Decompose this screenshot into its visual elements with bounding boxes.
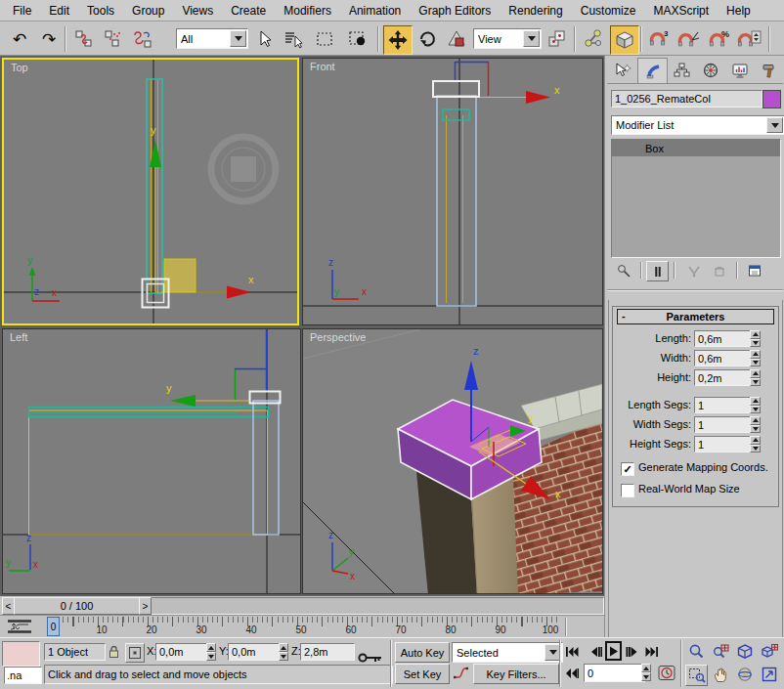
length-segs-field[interactable]: 1	[694, 397, 752, 413]
height-field[interactable]: 0,2m	[694, 369, 752, 386]
set-key-button[interactable]: Set Key	[395, 664, 450, 684]
chevron-down-icon[interactable]	[523, 30, 540, 47]
menu-create[interactable]: Create	[222, 2, 275, 20]
width-segs-field[interactable]: 1	[694, 416, 752, 433]
select-object-icon[interactable]	[250, 25, 278, 53]
menu-customize[interactable]: Customize	[572, 2, 645, 20]
percent-snap-toggle-icon[interactable]: %	[706, 25, 733, 53]
menu-graph-editors[interactable]: Graph Editors	[410, 2, 500, 20]
height-spinner[interactable]	[750, 369, 761, 386]
top-viewport-canvas[interactable]: y x y z x	[4, 60, 297, 323]
chevron-down-icon[interactable]	[766, 117, 783, 133]
select-and-rotate-icon[interactable]	[414, 25, 441, 53]
current-frame-marker[interactable]: 0	[47, 617, 60, 636]
selection-filter-dropdown[interactable]: All	[176, 28, 248, 49]
y-coordinate-field[interactable]: 0,0m	[228, 643, 283, 661]
rollout-collapse-icon[interactable]: -	[622, 310, 626, 322]
object-color-swatch[interactable]	[762, 90, 781, 108]
snaps-toggle-icon[interactable]	[610, 25, 639, 55]
viewport-left[interactable]: y z y x Left	[2, 328, 301, 594]
menu-tools[interactable]: Tools	[78, 2, 123, 20]
length-spinner[interactable]	[750, 330, 761, 347]
arc-rotate-icon[interactable]	[734, 665, 755, 684]
select-and-scale-icon[interactable]	[443, 25, 470, 53]
unlink-selection-icon[interactable]	[100, 25, 127, 53]
length-segs-spinner[interactable]	[750, 397, 761, 413]
rectangular-selection-region-icon[interactable]	[311, 25, 338, 53]
modifier-list-dropdown[interactable]: Modifier List	[611, 115, 784, 135]
menu-edit[interactable]: Edit	[40, 2, 78, 20]
selection-lock-icon[interactable]	[106, 643, 121, 661]
menu-rendering[interactable]: Rendering	[500, 2, 571, 20]
remove-modifier-icon[interactable]	[709, 261, 729, 280]
menu-animation[interactable]: Animation	[340, 2, 410, 20]
viewport-perspective[interactable]: z y x z y x Perspective	[302, 328, 603, 594]
move-gizmo-front[interactable]: x	[480, 84, 560, 104]
pin-stack-icon[interactable]	[613, 261, 633, 280]
parameters-rollout-header[interactable]: - Parameters	[617, 309, 774, 324]
configure-modifier-sets-icon[interactable]	[744, 261, 764, 280]
spinner-snap-toggle-icon[interactable]	[735, 25, 762, 53]
zoom-all-icon[interactable]	[710, 642, 730, 662]
make-unique-icon[interactable]	[683, 261, 704, 280]
zoom-icon[interactable]	[685, 642, 706, 662]
select-and-move-icon[interactable]	[383, 25, 413, 55]
y-spinner[interactable]	[279, 643, 288, 661]
modifier-stack-list[interactable]: Box	[611, 139, 781, 258]
width-segs-spinner[interactable]	[750, 416, 761, 433]
current-frame-field[interactable]: 0	[584, 664, 645, 682]
viewport-perspective-label[interactable]: Perspective	[310, 331, 366, 343]
time-slider-next-button[interactable]: >	[139, 597, 152, 615]
zoom-extents-all-icon[interactable]	[759, 642, 779, 662]
auto-key-button[interactable]: Auto Key	[395, 642, 450, 663]
time-slider-handle[interactable]: 0 / 100	[14, 597, 140, 615]
frame-spinner[interactable]	[641, 664, 651, 681]
zoom-extents-icon[interactable]	[734, 642, 755, 662]
min-max-toggle-icon[interactable]	[759, 665, 779, 684]
snap-toggle-3d-icon[interactable]: 3	[645, 25, 673, 53]
time-configuration-icon[interactable]	[657, 664, 675, 682]
select-and-manipulate-icon[interactable]	[580, 25, 607, 53]
use-pivot-point-center-icon[interactable]	[544, 25, 571, 53]
redo-icon[interactable]: ↷	[35, 25, 63, 53]
tab-utilities[interactable]	[755, 58, 783, 82]
open-mini-curve-editor-icon[interactable]	[5, 618, 34, 635]
next-frame-icon[interactable]	[624, 642, 640, 661]
object-name-field[interactable]: 1_0256_RemateCol	[611, 90, 762, 108]
angle-snap-toggle-icon[interactable]	[675, 25, 702, 53]
menu-views[interactable]: Views	[173, 2, 222, 20]
real-world-map-size-checkbox[interactable]	[621, 484, 634, 497]
move-gizmo-left[interactable]: y	[166, 382, 249, 407]
tab-motion[interactable]	[696, 58, 724, 82]
stack-item-box[interactable]: Box	[612, 140, 780, 156]
menu-group[interactable]: Group	[123, 2, 173, 20]
track-bar[interactable]: 0 10 20 30 40 50 60 70 80 90 100 0	[0, 615, 604, 637]
z-coordinate-field[interactable]: 2,8m	[300, 643, 355, 661]
length-field[interactable]: 0,6m	[694, 330, 752, 347]
show-end-result-icon[interactable]	[646, 261, 669, 281]
generate-mapping-coords-checkbox[interactable]: ✓	[621, 462, 634, 476]
height-segs-spinner[interactable]	[750, 436, 761, 452]
previous-frame-icon[interactable]	[588, 642, 604, 661]
window-crossing-toggle-icon[interactable]	[344, 25, 371, 53]
width-field[interactable]: 0,6m	[694, 350, 752, 366]
viewport-front[interactable]: x z y x Front	[302, 58, 603, 325]
perspective-viewport-canvas[interactable]: z y x z y x	[303, 329, 602, 593]
maxscript-listener-macro-line[interactable]	[2, 641, 40, 667]
reference-coordinate-dropdown[interactable]: View	[473, 28, 542, 49]
viewport-front-label[interactable]: Front	[310, 61, 335, 72]
zoom-region-icon[interactable]	[685, 665, 708, 686]
chevron-down-icon[interactable]	[230, 30, 246, 47]
height-segs-field[interactable]: 1	[694, 436, 752, 452]
go-to-end-icon[interactable]	[643, 642, 661, 661]
go-to-start-icon[interactable]	[563, 642, 581, 661]
undo-icon[interactable]: ↶	[6, 25, 33, 53]
select-and-link-icon[interactable]	[70, 25, 98, 53]
bind-to-space-warp-icon[interactable]	[129, 25, 156, 53]
tab-modify[interactable]	[637, 58, 668, 83]
x-spinner[interactable]	[206, 643, 216, 661]
key-filters-button[interactable]: Key Filters...	[473, 664, 559, 684]
pan-view-icon[interactable]	[710, 665, 730, 684]
viewport-top-label[interactable]: Top	[11, 62, 28, 73]
key-mode-toggle-icon[interactable]	[563, 664, 581, 682]
